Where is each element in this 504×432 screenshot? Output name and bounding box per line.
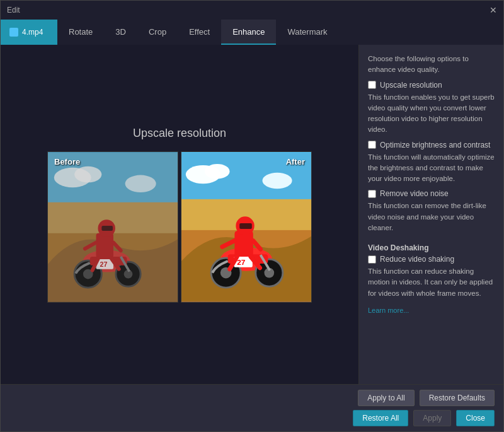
restore-all-button[interactable]: Restore All: [353, 410, 408, 426]
tab-enhance[interactable]: Enhance: [221, 20, 276, 45]
main-content: Upscale resolution Before: [1, 45, 503, 384]
brightness-option-row: Optimize brightness and contrast: [368, 141, 495, 149]
tab-watermark[interactable]: Watermark: [276, 20, 338, 45]
bottom-row-1: Apply to All Restore Defaults: [9, 390, 495, 406]
deshake-option-row: Reduce video shaking: [368, 255, 495, 264]
deshake-checkbox[interactable]: [368, 255, 376, 264]
svg-point-4: [74, 166, 101, 182]
bottom-row-2: Restore All Apply Close: [9, 410, 495, 426]
window-title: Edit: [7, 6, 20, 15]
apply-button[interactable]: Apply: [413, 410, 451, 426]
brightness-checkbox[interactable]: [368, 141, 376, 149]
brightness-label: Optimize brightness and contrast: [380, 141, 490, 149]
restore-defaults-button[interactable]: Restore Defaults: [420, 390, 495, 406]
noise-option-row: Remove video noise: [368, 189, 495, 198]
before-rider-svg: 27: [48, 152, 178, 302]
preview-title: Upscale resolution: [133, 127, 226, 140]
svg-rect-39: [239, 223, 252, 229]
file-icon: [9, 28, 18, 37]
after-rider-svg: 27: [181, 152, 311, 302]
edit-window: Edit ✕ 4.mp4 Rotate 3D Crop Effect Enhan…: [0, 0, 504, 432]
noise-label: Remove video noise: [380, 189, 449, 198]
after-moto-image: 27: [181, 152, 311, 302]
upscale-option-row: Upscale resolution: [368, 81, 495, 90]
svg-text:27: 27: [100, 260, 107, 267]
after-image: After: [181, 151, 312, 303]
upscale-checkbox[interactable]: [368, 81, 376, 89]
deshake-label: Reduce video shaking: [380, 255, 454, 264]
tab-bar: 4.mp4 Rotate 3D Crop Effect Enhance Wate…: [1, 20, 503, 45]
preview-images: Before: [47, 151, 312, 303]
file-tab-label: 4.mp4: [22, 28, 43, 37]
title-bar: Edit ✕: [1, 1, 503, 20]
svg-point-26: [205, 163, 229, 178]
tab-crop[interactable]: Crop: [137, 20, 178, 45]
before-image: Before: [47, 151, 178, 303]
before-moto-image: 27: [48, 152, 178, 302]
tab-rotate[interactable]: Rotate: [57, 20, 104, 45]
noise-description: This function can remove the dirt-like v…: [368, 201, 495, 233]
learn-more-link[interactable]: Learn more...: [368, 306, 495, 314]
upscale-label: Upscale resolution: [380, 81, 442, 90]
preview-panel: Upscale resolution Before: [1, 45, 358, 384]
tab-3d[interactable]: 3D: [104, 20, 137, 45]
close-button[interactable]: Close: [456, 410, 495, 426]
right-panel: Choose the following options to enhance …: [358, 45, 503, 384]
svg-point-5: [125, 175, 156, 192]
deshake-description: This function can reduce shaking motion …: [368, 266, 495, 299]
svg-rect-15: [96, 233, 113, 257]
tab-effect[interactable]: Effect: [178, 20, 221, 45]
apply-to-all-button[interactable]: Apply to All: [358, 390, 414, 406]
intro-text: Choose the following options to enhance …: [368, 54, 495, 76]
svg-point-27: [263, 172, 292, 189]
upscale-description: This function enables you to get superb …: [368, 92, 495, 136]
after-label: After: [286, 157, 305, 166]
noise-checkbox[interactable]: [368, 190, 376, 198]
tabs-container: Rotate 3D Crop Effect Enhance Watermark: [57, 20, 503, 45]
deshaking-section-title: Video Deshaking: [368, 243, 495, 252]
bottom-panel: Apply to All Restore Defaults Restore Al…: [1, 384, 503, 431]
svg-rect-17: [101, 226, 113, 231]
file-tab[interactable]: 4.mp4: [1, 20, 57, 45]
before-label: Before: [54, 157, 80, 166]
brightness-description: This function will automatically optimiz…: [368, 152, 495, 185]
svg-text:27: 27: [237, 257, 246, 266]
close-window-button[interactable]: ✕: [490, 6, 497, 15]
